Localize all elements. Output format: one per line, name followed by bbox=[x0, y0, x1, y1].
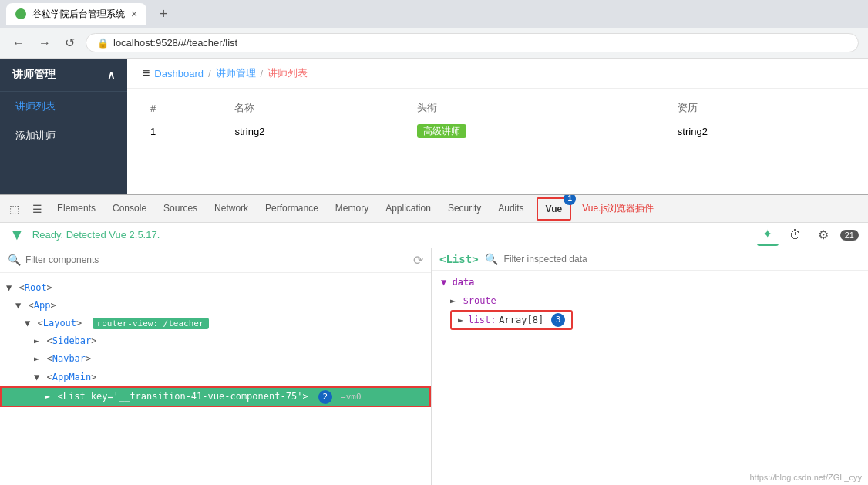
teacher-table: # 名称 头衔 资历 1 string2 高级讲师 string2 bbox=[143, 96, 853, 143]
tab-console[interactable]: Console bbox=[105, 198, 154, 220]
data-tree: ▼ data ► $route ► list: Array[8] 3 bbox=[432, 271, 868, 336]
cell-title: 高级讲师 bbox=[409, 120, 669, 143]
data-filter-input[interactable] bbox=[504, 254, 620, 264]
vm-label: =vm0 bbox=[341, 392, 362, 402]
data-item-route[interactable]: ► $route bbox=[441, 292, 859, 310]
vue-plugin-hint: Vue.js浏览器插件 bbox=[582, 202, 654, 215]
devtools-toolbar: ⬚ ☰ Elements Console Sources Network Per… bbox=[0, 195, 868, 223]
sidebar-item-teacher-list[interactable]: 讲师列表 bbox=[0, 92, 127, 121]
search-icon: 🔍 bbox=[485, 253, 498, 265]
tree-item-list[interactable]: ► <List key='__transition-41-vue-compone… bbox=[0, 386, 431, 407]
tab-memory[interactable]: Memory bbox=[328, 198, 376, 220]
cell-id: 1 bbox=[143, 120, 227, 143]
app-container: 讲师管理 ∧ 讲师列表 添加讲师 ≡ Dashboard / 讲师管理 / 讲师… bbox=[0, 59, 868, 194]
breadcrumb: ≡ Dashboard / 讲师管理 / 讲师列表 bbox=[127, 59, 868, 89]
tab-security[interactable]: Security bbox=[440, 198, 489, 220]
vue-tab-badge: 1 bbox=[564, 195, 576, 205]
router-badge: router-view: /teacher bbox=[93, 318, 209, 329]
left-panel: 🔍 ⟳ ▼ <Root> ▼ <App> bbox=[0, 248, 432, 485]
lock-icon: 🔒 bbox=[97, 38, 109, 49]
tree-item-app[interactable]: ▼ <App> bbox=[0, 297, 431, 315]
title-badge: 高级讲师 bbox=[417, 124, 466, 138]
tree-item-sidebar[interactable]: ► <Sidebar> bbox=[0, 332, 431, 350]
address-text: localhost:9528/#/teacher/list bbox=[113, 37, 237, 49]
arrow-icon: ► bbox=[34, 335, 39, 346]
sidebar-item-add-teacher[interactable]: 添加讲师 bbox=[0, 121, 127, 150]
refresh-icon[interactable]: ⟳ bbox=[413, 253, 423, 268]
arrow-icon: ► bbox=[45, 391, 50, 402]
browser-tab[interactable]: 谷粒学院后台管理系统 × bbox=[6, 3, 146, 25]
col-bio: 资历 bbox=[670, 96, 853, 120]
refresh-button[interactable]: ↺ bbox=[62, 32, 78, 53]
tab-elements[interactable]: Elements bbox=[49, 198, 103, 220]
address-bar: ← → ↺ 🔒 localhost:9528/#/teacher/list bbox=[0, 28, 868, 59]
tab-close-button[interactable]: × bbox=[131, 8, 137, 20]
sidebar-collapse-icon[interactable]: ∧ bbox=[107, 69, 115, 81]
tree-item-navbar[interactable]: ► <Navbar> bbox=[0, 350, 431, 368]
tab-performance[interactable]: Performance bbox=[257, 198, 326, 220]
data-header: <List> 🔍 bbox=[432, 248, 868, 271]
arrow-icon: ► bbox=[34, 353, 39, 364]
vue-logo: ▼ bbox=[9, 226, 25, 244]
table-row: 1 string2 高级讲师 string2 bbox=[143, 120, 853, 143]
table-area: # 名称 头衔 资历 1 string2 高级讲师 string2 bbox=[127, 89, 868, 151]
component-view-icon[interactable]: ✦ bbox=[757, 224, 779, 246]
breadcrumb-current: 讲师列表 bbox=[267, 66, 308, 80]
arrow-icon: ▼ bbox=[34, 372, 39, 382]
breadcrumb-dashboard[interactable]: Dashboard bbox=[154, 68, 204, 79]
circle-badge-2: 2 bbox=[318, 390, 332, 404]
data-section-label: ▼ data bbox=[441, 277, 859, 288]
tree-item-root[interactable]: ▼ <Root> bbox=[0, 279, 431, 297]
tab-title: 谷粒学院后台管理系统 bbox=[32, 8, 125, 21]
breadcrumb-separator-1: / bbox=[208, 68, 211, 79]
component-tree: ▼ <Root> ▼ <App> ▼ <Layout> router-view:… bbox=[0, 273, 431, 485]
main-content: ≡ Dashboard / 讲师管理 / 讲师列表 # 名称 头衔 资历 bbox=[127, 59, 868, 194]
search-icon: 🔍 bbox=[8, 254, 21, 266]
col-name: 名称 bbox=[227, 96, 409, 120]
tab-network[interactable]: Network bbox=[207, 198, 256, 220]
component-filter-bar: 🔍 ⟳ bbox=[0, 248, 431, 273]
tree-item-layout[interactable]: ▼ <Layout> router-view: /teacher bbox=[0, 315, 431, 332]
address-box[interactable]: 🔒 localhost:9528/#/teacher/list bbox=[86, 33, 859, 52]
arrow-icon: ▼ bbox=[25, 318, 30, 328]
tab-favicon bbox=[15, 8, 26, 19]
tab-sources[interactable]: Sources bbox=[156, 198, 205, 220]
cell-bio: string2 bbox=[670, 120, 853, 143]
sidebar-item-label: 添加讲师 bbox=[15, 130, 56, 141]
data-item-list[interactable]: ► list: Array[8] 3 bbox=[450, 310, 573, 330]
arrow-icon: ► bbox=[450, 295, 456, 306]
forward-button[interactable]: → bbox=[35, 33, 54, 53]
tab-application[interactable]: Application bbox=[378, 198, 439, 220]
sidebar-item-label: 讲师列表 bbox=[15, 100, 56, 112]
hamburger-icon[interactable]: ≡ bbox=[143, 66, 150, 80]
component-filter-input[interactable] bbox=[25, 254, 409, 265]
tree-item-appmain[interactable]: ▼ <AppMain> bbox=[0, 369, 431, 386]
history-icon[interactable]: ⏱ bbox=[785, 224, 806, 246]
component-list-name: List key='__transition-41-vue-component-… bbox=[63, 391, 303, 402]
circle-badge-3: 3 bbox=[551, 313, 565, 327]
right-panel: <List> 🔍 ▼ data ► $route ► bbox=[432, 248, 868, 485]
list-tag: <List> bbox=[439, 253, 479, 265]
tab-audits[interactable]: Audits bbox=[490, 198, 531, 220]
col-id: # bbox=[143, 96, 227, 120]
vue-header: ▼ Ready. Detected Vue 2.5.17. ✦ ⏱ ⚙ 21 bbox=[0, 223, 868, 248]
event-count-badge: 21 bbox=[840, 230, 859, 241]
sidebar-title: 讲师管理 bbox=[12, 68, 56, 82]
breadcrumb-separator-2: / bbox=[261, 68, 264, 79]
devtools: ⬚ ☰ Elements Console Sources Network Per… bbox=[0, 194, 868, 485]
device-toolbar-button[interactable]: ☰ bbox=[26, 198, 48, 220]
arrow-icon: ▼ bbox=[15, 300, 21, 311]
vue-ready-text: Ready. Detected Vue 2.5.17. bbox=[32, 229, 160, 241]
tab-vue[interactable]: Vue 1 bbox=[537, 197, 572, 221]
vue-header-icons: ✦ ⏱ ⚙ 21 bbox=[757, 224, 859, 246]
back-button[interactable]: ← bbox=[9, 33, 28, 53]
new-tab-button[interactable]: + bbox=[153, 3, 174, 25]
browser-titlebar: 谷粒学院后台管理系统 × + bbox=[0, 0, 868, 28]
vue-devtools-panel: ▼ Ready. Detected Vue 2.5.17. ✦ ⏱ ⚙ 21 🔍… bbox=[0, 223, 868, 485]
arrow-icon: ► bbox=[458, 315, 463, 325]
breadcrumb-teacher-management[interactable]: 讲师管理 bbox=[216, 66, 256, 80]
settings-icon[interactable]: ⚙ bbox=[812, 224, 834, 246]
sidebar-header: 讲师管理 ∧ bbox=[0, 59, 127, 92]
inspect-element-button[interactable]: ⬚ bbox=[3, 198, 25, 220]
arrow-icon: ▼ bbox=[6, 282, 12, 293]
